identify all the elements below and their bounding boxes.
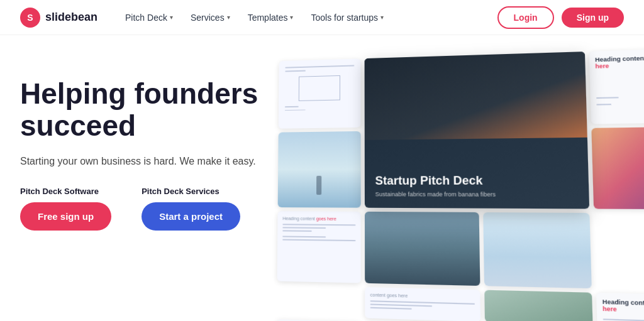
slide-clouds [483,212,592,288]
navbar: S slidebean Pitch Deck ▾ Services ▾ Temp… [0,0,644,35]
slide-content-text-2: content goes here [365,287,480,321]
content-line [603,318,644,321]
logo[interactable]: S slidebean [20,8,97,28]
nav-services[interactable]: Services ▾ [183,8,238,28]
pitch-subtitle: Sustainable fabrics made from banana fib… [375,191,578,198]
slide-heading-2: Heading content goes here [596,293,644,321]
hero-slides: Startup Pitch Deck Sustainable fabrics m… [272,53,624,321]
nav-pitch-deck[interactable]: Pitch Deck ▾ [118,8,180,28]
nav-tools[interactable]: Tools for startups ▾ [303,8,391,28]
pitch-shoes-image [365,52,587,140]
pitch-content: Startup Pitch Deck Sustainable fabrics m… [375,174,577,198]
login-button[interactable]: Login [497,6,554,29]
slide-pitch-deck: Startup Pitch Deck Sustainable fabrics m… [365,52,590,209]
pitch-image [365,52,587,140]
nav-links: Pitch Deck ▾ Services ▾ Templates ▾ Tool… [118,8,497,28]
content-line [282,236,326,237]
content-line [370,303,433,307]
wire-box [299,75,340,101]
hero-left: Helping founders succeed Starting your o… [20,65,284,231]
signup-button[interactable]: Sign up [562,8,624,28]
logo-icon: S [20,8,40,28]
chevron-down-icon: ▾ [170,14,173,21]
wire-line [285,65,354,68]
cta-label-2: Pitch Deck Services [142,187,240,196]
cta-group-2: Pitch Deck Services Start a project [142,187,240,231]
nav-templates[interactable]: Templates ▾ [240,8,301,28]
content-line [370,307,412,310]
chevron-down-icon: ▾ [227,14,230,21]
wire-line [285,106,299,107]
content-line [282,224,355,226]
slides-container: Startup Pitch Deck Sustainable fabrics m… [270,43,644,321]
slide-content-text-1: Heading content goes here [277,211,361,283]
wire-line [596,97,619,98]
cta-group-1: Pitch Deck Software Free sign up [20,187,111,231]
hero-section: Helping founders succeed Starting your o… [0,35,644,321]
slide-street [365,212,480,286]
free-signup-button[interactable]: Free sign up [20,202,111,231]
wire-line [285,109,306,111]
slide-wireframe [279,58,361,128]
content-label-2: content goes here [370,293,475,300]
logo-text: slidebean [45,11,97,24]
wire-line [596,104,611,106]
hero-title: Helping founders succeed [20,78,284,141]
heading-highlight: goes here [595,55,644,70]
cta-label-1: Pitch Deck Software [20,187,111,196]
slide-heading-1: Heading content goes here [589,49,644,124]
cta-section: Pitch Deck Software Free sign up Pitch D… [20,187,284,231]
slide-ocean [278,131,361,208]
chevron-down-icon: ▾ [290,14,293,21]
hero-subtitle: Starting your own business is hard. We m… [20,154,284,169]
heading-text: Heading content goes here [595,54,644,70]
slide-plant [484,290,592,321]
content-line [282,230,311,232]
heading-highlight-2: goes here [602,300,644,313]
slide-grid: Startup Pitch Deck Sustainable fabrics m… [270,43,644,321]
pitch-title: Startup Pitch Deck [375,174,577,188]
heading-text-2: Heading content goes here [602,298,644,315]
slide-sunset [591,127,644,209]
content-label: Heading content goes here [282,216,355,221]
ocean-figure [316,176,321,195]
wire-line [285,70,306,72]
start-project-button[interactable]: Start a project [142,202,240,231]
content-line [282,239,355,242]
nav-actions: Login Sign up [497,6,624,29]
chevron-down-icon: ▾ [380,14,384,21]
content-line [282,227,326,229]
